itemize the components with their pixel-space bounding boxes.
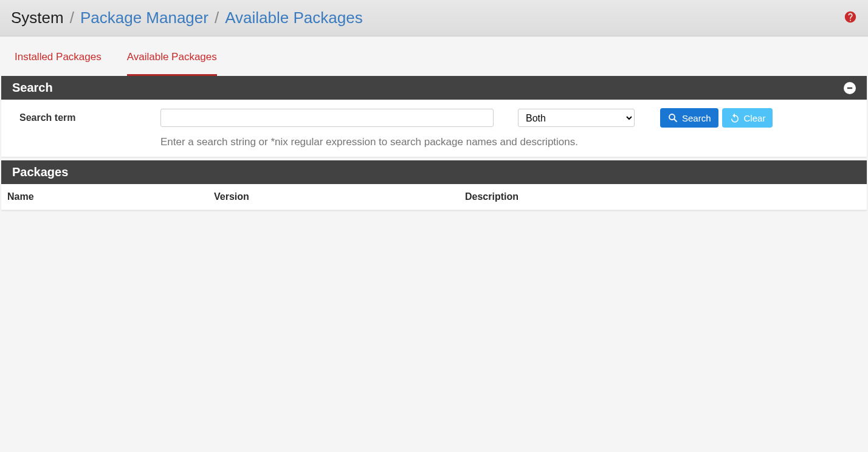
packages-panel-title: Packages bbox=[12, 165, 68, 179]
search-panel: Search Search term Both Search Clear bbox=[1, 76, 867, 157]
search-input[interactable] bbox=[160, 109, 494, 127]
packages-table-header: Name Version Description bbox=[1, 184, 867, 210]
collapse-icon[interactable] bbox=[844, 82, 856, 94]
packages-panel-header: Packages bbox=[1, 160, 867, 184]
search-help-text: Enter a search string or *nix regular ex… bbox=[160, 136, 856, 148]
search-button-label: Search bbox=[682, 113, 711, 123]
clear-button-label: Clear bbox=[744, 113, 766, 123]
breadcrumb-root: System bbox=[11, 9, 64, 27]
breadcrumb-available-packages[interactable]: Available Packages bbox=[225, 9, 362, 27]
column-header-version: Version bbox=[214, 191, 465, 202]
breadcrumb-package-manager[interactable]: Package Manager bbox=[80, 9, 208, 27]
help-icon[interactable] bbox=[844, 10, 857, 26]
search-button[interactable]: Search bbox=[660, 108, 718, 128]
breadcrumb-separator: / bbox=[215, 9, 219, 27]
breadcrumb: System / Package Manager / Available Pac… bbox=[11, 9, 363, 27]
column-header-name: Name bbox=[7, 191, 214, 202]
search-term-label: Search term bbox=[19, 112, 160, 123]
packages-panel: Packages Name Version Description bbox=[1, 160, 867, 210]
search-row: Search term Both Search Clear bbox=[19, 108, 856, 128]
clear-button[interactable]: Clear bbox=[722, 108, 773, 128]
tabs-container: Installed Packages Available Packages bbox=[0, 36, 868, 76]
search-panel-body: Search term Both Search Clear Enter a se… bbox=[1, 100, 867, 157]
svg-rect-1 bbox=[847, 87, 852, 89]
search-scope-select[interactable]: Both bbox=[518, 109, 635, 127]
search-icon bbox=[667, 112, 678, 123]
tab-installed-packages[interactable]: Installed Packages bbox=[15, 51, 102, 76]
breadcrumb-separator: / bbox=[70, 9, 74, 27]
svg-line-3 bbox=[674, 119, 677, 122]
tab-available-packages[interactable]: Available Packages bbox=[127, 51, 217, 76]
undo-icon bbox=[729, 112, 740, 123]
breadcrumb-bar: System / Package Manager / Available Pac… bbox=[0, 0, 868, 36]
search-panel-header: Search bbox=[1, 76, 867, 100]
search-panel-title: Search bbox=[12, 81, 53, 95]
column-header-description: Description bbox=[465, 191, 861, 202]
search-button-group: Search Clear bbox=[660, 108, 773, 128]
